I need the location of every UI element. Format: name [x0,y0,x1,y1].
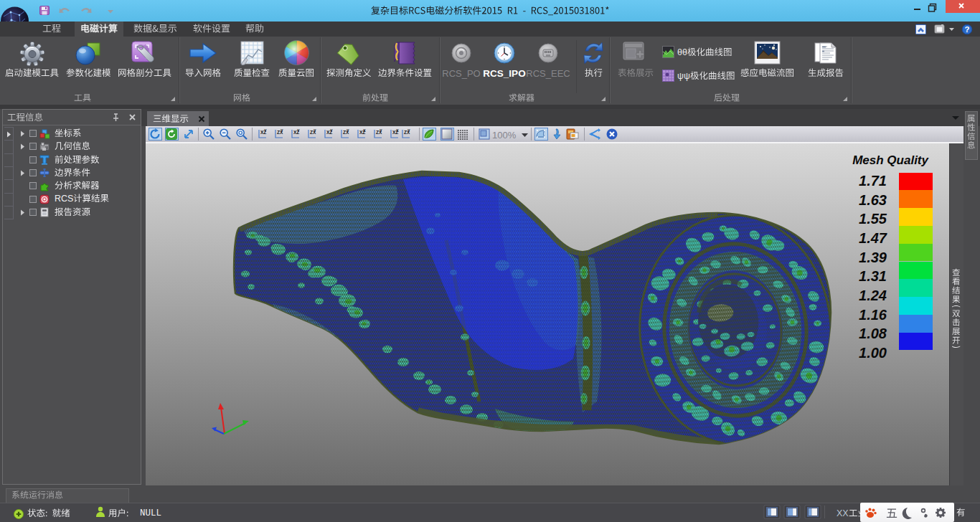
svg-text:Y: Y [264,128,267,133]
svg-text:X: X [396,128,399,133]
svg-text:Y: Y [347,128,349,133]
svg-text:Y: Y [297,128,300,133]
svg-text:Y: Y [380,128,382,133]
svg-text:X: X [363,128,366,133]
svg-text:Y: Y [314,128,316,133]
svg-text:Y: Y [407,128,410,133]
svg-text:Y: Y [281,128,283,133]
svg-text:?: ? [964,25,969,34]
svg-text:Y: Y [330,128,333,133]
